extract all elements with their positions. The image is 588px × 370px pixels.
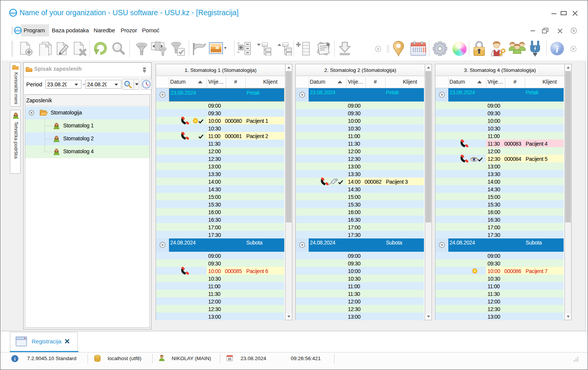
svg-text:31: 31 [228, 357, 232, 361]
svg-text:i: i [14, 356, 16, 362]
svg-text:usu: usu [10, 11, 16, 15]
svg-text:i: i [556, 44, 559, 54]
svg-text:usu: usu [15, 29, 21, 32]
